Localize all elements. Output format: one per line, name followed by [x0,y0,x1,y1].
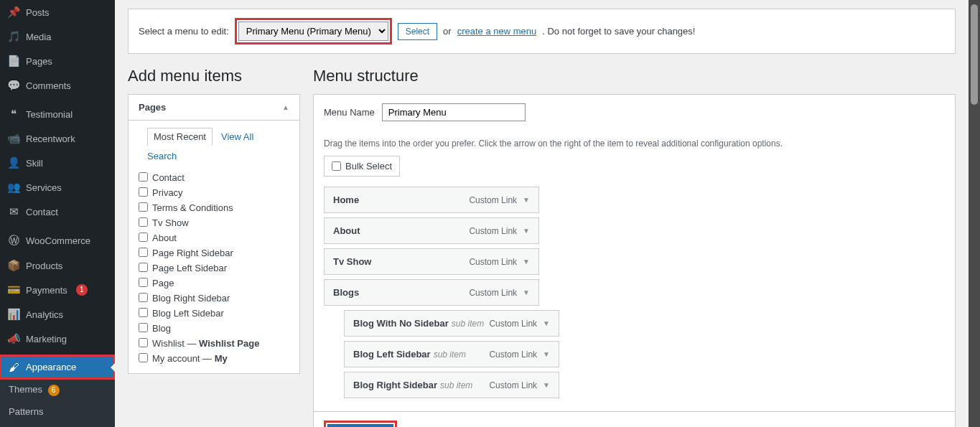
sidebar-item-appearance[interactable]: 🖌Appearance [0,355,115,379]
menu-item[interactable]: Blog Left Sidebarsub itemCustom Link ▼ [344,341,559,367]
page-checkbox-item[interactable]: Page [139,276,289,291]
menu-select-bar: Select a menu to edit: Primary Menu (Pri… [128,9,956,54]
menu-item[interactable]: HomeCustom Link ▼ [324,187,539,213]
sidebar-item-products[interactable]: 📦Products [0,253,115,278]
sidebar-item-services[interactable]: 👥Services [0,175,115,200]
page-checkbox[interactable] [139,202,148,212]
sidebar-item-posts[interactable]: 📌Posts [0,0,115,24]
save-menu-highlight: Save Menu [324,421,397,427]
quote-icon: ❝ [7,108,20,121]
page-checkbox-item[interactable]: Page Left Sidebar [139,261,289,276]
card-icon: 💳 [7,283,20,296]
page-checkbox[interactable] [139,323,148,332]
menu-select-highlight: Primary Menu (Primary Menu) [235,18,392,44]
menu-name-input[interactable] [382,103,526,121]
box-icon: 📦 [7,259,20,272]
chevron-down-icon[interactable]: ▼ [543,350,550,358]
chevron-down-icon[interactable]: ▼ [523,227,530,235]
page-checkbox[interactable] [139,338,148,347]
sidebar-item-marketing[interactable]: 📣Marketing [0,327,115,351]
save-menu-button[interactable]: Save Menu [327,424,393,427]
menu-structure-heading: Menu structure [313,67,956,85]
page-checkbox-item[interactable]: My account — My [139,351,289,366]
page-checkbox[interactable] [139,187,148,197]
drag-hint: Drag the items into the order you prefer… [324,139,945,149]
sidebar-item-testimonial[interactable]: ❝Testimonial [0,102,115,126]
menu-item[interactable]: BlogsCustom Link ▼ [324,279,539,306]
chevron-down-icon[interactable]: ▼ [543,381,550,389]
pages-panel-head[interactable]: Pages ▲ [129,95,299,121]
menu-select[interactable]: Primary Menu (Primary Menu) [238,22,388,41]
sidebar-sub-patterns[interactable]: Patterns [0,401,115,422]
page-checkbox[interactable] [139,263,148,272]
outer-scrollbar[interactable] [969,0,980,427]
admin-sidebar: 📌Posts🎵Media📄Pages💬Comments❝Testimonial📹… [0,0,115,427]
brush-icon: 🖌 [7,361,20,373]
users-icon: 👥 [7,181,20,194]
sidebar-sub-themes[interactable]: Themes 6 [0,379,115,401]
chevron-down-icon[interactable]: ▼ [523,196,530,204]
page-checkbox-item[interactable]: Contact [139,170,289,185]
add-menu-items-heading: Add menu items [128,67,300,85]
chevron-down-icon[interactable]: ▼ [523,258,530,266]
or-text: or [443,26,452,37]
page-checkbox-item[interactable]: Page Right Sidebar [139,245,289,261]
page-checkbox-item[interactable]: Terms & Conditions [139,200,289,215]
pages-tabs: Most Recent View All [139,128,289,145]
page-checkbox-item[interactable]: Blog [139,321,289,336]
main-content: Select a menu to edit: Primary Menu (Pri… [115,0,969,427]
sidebar-item-contact[interactable]: ✉Contact [0,200,115,224]
menu-name-label: Menu Name [324,107,375,118]
comment-icon: 💬 [7,79,20,92]
page-checkbox[interactable] [139,233,148,242]
stats-icon: 📊 [7,308,20,321]
chevron-down-icon[interactable]: ▼ [523,288,530,296]
select-menu-label: Select a menu to edit: [139,26,229,37]
sidebar-item-recentwork[interactable]: 📹Recentwork [0,126,115,151]
page-checkbox-item[interactable]: Blog Right Sidebar [139,291,289,306]
menu-item[interactable]: Tv ShowCustom Link ▼ [324,248,539,275]
page-checkbox[interactable] [139,293,148,302]
page-checkbox[interactable] [139,248,148,257]
page-icon: 📄 [7,55,20,67]
caret-right-icon [111,363,115,372]
menu-item[interactable]: AboutCustom Link ▼ [324,217,539,244]
sidebar-item-skill[interactable]: 👤Skill [0,151,115,175]
menu-item[interactable]: Blog With No Sidebarsub itemCustom Link … [344,310,559,337]
page-checkbox[interactable] [139,217,148,227]
chevron-down-icon[interactable]: ▼ [543,319,550,327]
menu-items-list: HomeCustom Link ▼AboutCustom Link ▼Tv Sh… [324,187,945,398]
page-checkbox-item[interactable]: Privacy [139,185,289,200]
menu-structure-body: Drag the items into the order you prefer… [313,130,956,412]
bulk-select-checkbox[interactable] [332,161,341,171]
page-checkbox[interactable] [139,172,148,182]
select-button[interactable]: Select [398,23,437,40]
page-checkbox[interactable] [139,278,148,287]
create-new-menu-link[interactable]: create a new menu [457,26,537,37]
tab-most-recent[interactable]: Most Recent [147,128,213,146]
sidebar-item-payments[interactable]: 💳Payments1 [0,278,115,302]
sidebar-item-woocommerce[interactable]: ⓌWooCommerce [0,228,115,253]
mega-icon: 📣 [7,332,20,345]
user-icon: 👤 [7,156,20,169]
sidebar-item-analytics[interactable]: 📊Analytics [0,302,115,327]
page-checkbox-item[interactable]: Wishlist — Wishlist Page [139,336,289,351]
woo-icon: Ⓦ [7,234,20,248]
badge: 1 [76,284,88,296]
tab-view-all[interactable]: View All [221,128,253,145]
pages-checklist: ContactPrivacyTerms & ConditionsTv ShowA… [139,170,289,366]
sidebar-item-media[interactable]: 🎵Media [0,24,115,49]
menu-item[interactable]: Blog Right Sidebarsub itemCustom Link ▼ [344,372,559,398]
page-checkbox-item[interactable]: Tv Show [139,215,289,230]
sidebar-item-pages[interactable]: 📄Pages [0,49,115,73]
page-checkbox[interactable] [139,353,148,362]
pin-icon: 📌 [7,6,20,19]
sidebar-sub-customize[interactable]: Customize [0,422,115,427]
video-icon: 📹 [7,132,20,145]
page-checkbox[interactable] [139,308,148,317]
sidebar-item-comments[interactable]: 💬Comments [0,73,115,98]
page-checkbox-item[interactable]: Blog Left Sidebar [139,306,289,321]
page-checkbox-item[interactable]: About [139,230,289,245]
bulk-select[interactable]: Bulk Select [324,156,400,177]
tab-search[interactable]: Search [147,148,177,164]
